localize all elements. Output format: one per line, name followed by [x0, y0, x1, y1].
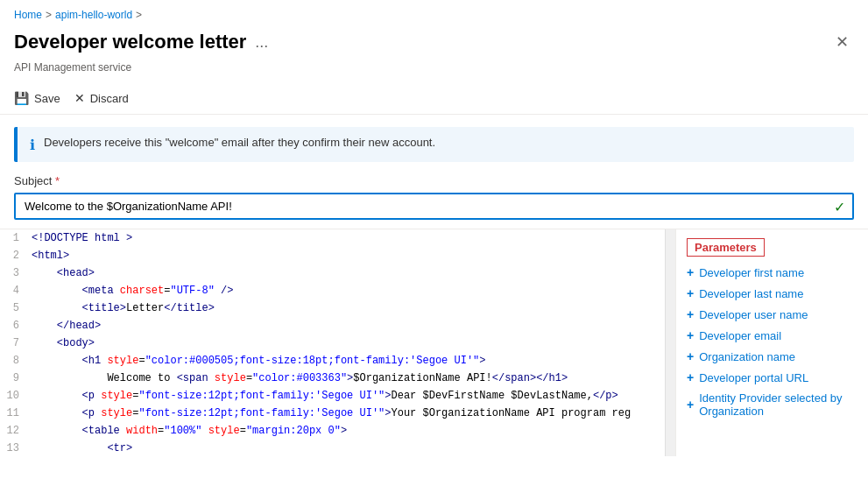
param-item[interactable]: +Developer portal URL [687, 370, 857, 384]
plus-icon: + [687, 286, 694, 300]
breadcrumb: Home > apim-hello-world > [0, 0, 868, 26]
code-line: 3 <head> [0, 264, 665, 282]
code-line: 6 </head> [0, 317, 665, 335]
param-label: Developer email [699, 329, 781, 342]
page-title: Developer welcome letter [14, 31, 246, 53]
plus-icon: + [687, 398, 694, 412]
params-panel: Parameters +Developer first name+Develop… [675, 229, 868, 456]
param-label: Developer last name [699, 287, 803, 300]
page-subtitle: API Management service [0, 61, 868, 82]
param-label: Developer first name [699, 266, 804, 279]
subject-input[interactable] [14, 193, 854, 220]
save-icon: 💾 [14, 91, 29, 105]
code-line: 4 <meta charset="UTF-8" /> [0, 282, 665, 299]
plus-icon: + [687, 307, 694, 321]
param-item[interactable]: +Identity Provider selected by Organizat… [687, 391, 857, 418]
check-icon: ✓ [834, 198, 845, 215]
code-line: 5 <title>Letter</title> [0, 299, 665, 317]
plus-icon: + [687, 370, 694, 384]
subject-label: Subject * [14, 174, 854, 187]
code-line: 12 <table width="100%" style="margin:20p… [0, 422, 665, 440]
code-line: 13 <tr> [0, 440, 665, 456]
breadcrumb-service[interactable]: apim-hello-world [55, 9, 132, 21]
scrollbar[interactable] [665, 229, 675, 456]
discard-button[interactable]: ✕ Discard [74, 88, 129, 109]
param-item[interactable]: +Developer email [687, 328, 857, 342]
code-line: 10 <p style="font-size:12pt;font-family:… [0, 387, 665, 405]
code-line: 11 <p style="font-size:12pt;font-family:… [0, 405, 665, 422]
info-icon: ℹ [30, 137, 35, 153]
close-button[interactable]: ✕ [829, 30, 854, 54]
params-header: Parameters [687, 238, 765, 257]
param-label: Developer user name [699, 308, 808, 321]
param-label: Developer portal URL [699, 371, 808, 384]
plus-icon: + [687, 265, 694, 279]
code-line: 8 <h1 style="color:#000505;font-size:18p… [0, 352, 665, 370]
plus-icon: + [687, 349, 694, 363]
plus-icon: + [687, 328, 694, 342]
code-line: 9 Welcome to <span style="color:#003363"… [0, 370, 665, 387]
save-button[interactable]: 💾 Save [14, 88, 60, 109]
param-item[interactable]: +Organization name [687, 349, 857, 363]
code-line: 2<html> [0, 247, 665, 264]
code-editor[interactable]: 1<!DOCTYPE html >2<html>3 <head>4 <meta … [0, 229, 665, 456]
code-line: 1<!DOCTYPE html > [0, 229, 665, 247]
banner-text: Developers receive this "welcome" email … [44, 136, 435, 149]
param-item[interactable]: +Developer user name [687, 307, 857, 321]
param-label: Identity Provider selected by Organizati… [699, 391, 857, 418]
breadcrumb-home[interactable]: Home [14, 9, 42, 21]
param-label: Organization name [699, 350, 795, 363]
param-item[interactable]: +Developer last name [687, 286, 857, 300]
discard-icon: ✕ [74, 91, 85, 105]
param-item[interactable]: +Developer first name [687, 265, 857, 279]
info-banner: ℹ Developers receive this "welcome" emai… [14, 127, 854, 162]
header-dots[interactable]: ... [255, 33, 268, 52]
code-line: 7 <body> [0, 335, 665, 352]
